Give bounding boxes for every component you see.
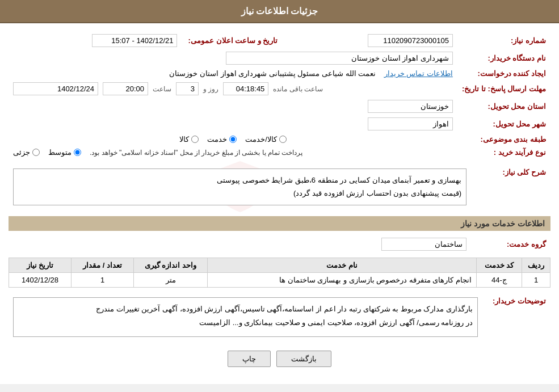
radio-kala-khadamat-input[interactable]: [279, 136, 287, 143]
tabaqebandi-radiogroup: کالا/خدمت خدمت کالا: [13, 135, 453, 144]
tabaqebandi-label: طبقه بندی موضوعی:: [457, 133, 550, 146]
radio-khadamat-input[interactable]: [229, 136, 237, 143]
back-button[interactable]: بازگشت: [276, 351, 331, 367]
sharh-niaz-container: R بهسازی و تعمیر آبنمای میدان کسایی در م…: [13, 168, 466, 205]
radio-jozei-input[interactable]: [32, 149, 40, 156]
row-eijadkonande: ایجاد کننده درخواست: اطلاعات تماس خریدار…: [9, 67, 550, 80]
row-towzihat: توضیحات خریدار: بارگذاری مدارک مربوط به …: [9, 292, 550, 342]
cell-radif: 1: [522, 272, 550, 287]
col-vahed: واحد اندازه گیری: [134, 258, 208, 272]
sharh-niaz-value: بهسازی و تعمیر آبنمای میدان کسایی در منط…: [13, 168, 466, 205]
row-shomare-tarikh: شماره نیاز: 1102090723000105 تاریخ و ساع…: [9, 32, 550, 49]
shomare-niaz-label: شماره نیاز:: [457, 32, 550, 49]
header-row: ردیف کد خدمت نام خدمت واحد اندازه گیری ت…: [9, 258, 550, 272]
eijadkonande-value: نعمت الله شیاعی مسئول پشتیبانی شهرداری ا…: [169, 69, 376, 78]
radio-jozei[interactable]: جزئی: [13, 148, 40, 157]
group-khadamat-table: گروه خدمت: ساختمان: [9, 235, 550, 253]
row-mohlat: مهلت ارسال پاسخ: تا تاریخ: ساعت باقی مان…: [9, 80, 550, 98]
mohlat-remaining-value: 04:18:45: [223, 82, 268, 95]
mohlat-date-value: 1402/12/24: [13, 82, 98, 95]
services-table: ردیف کد خدمت نام خدمت واحد اندازه گیری ت…: [9, 258, 550, 288]
shahr-value: اهواز: [368, 117, 453, 130]
row-ostan: استان محل تحویل: خوزستان: [9, 98, 550, 115]
eijadkonande-label: ایجاد کننده درخواست:: [457, 67, 550, 80]
radio-motawaset-label: متوسط: [48, 148, 72, 157]
group-khadamat-value: ساختمان: [381, 238, 466, 251]
towzihat-label: توضیحات خریدار:: [482, 292, 550, 342]
sharh-niaz-table: شرح کلی نیاز: R بهسازی و تعمیر آبن: [9, 163, 550, 210]
page-title: جزئیات اطلاعات نیاز: [241, 6, 318, 16]
cell-tarikh: 1402/12/28: [9, 272, 72, 287]
cell-kod: ج-44: [477, 272, 522, 287]
radio-khadamat-label: خدمت: [207, 135, 227, 144]
ostan-value: خوزستان: [368, 100, 453, 113]
col-radif: ردیف: [522, 258, 550, 272]
button-row: بازگشت چاپ: [9, 351, 550, 376]
towzihat-table: توضیحات خریدار: بارگذاری مدارک مربوط به …: [9, 292, 550, 342]
services-table-header: ردیف کد خدمت نام خدمت واحد اندازه گیری ت…: [9, 258, 550, 272]
noefarayand-note: پرداخت تمام یا بخشی از مبلغ خریدار از مح…: [90, 149, 302, 157]
mohlat-label: مهلت ارسال پاسخ: تا تاریخ:: [457, 80, 550, 98]
khadamat-section-header: اطلاعات خدمات مورد نیاز: [9, 216, 550, 231]
mohlat-row: ساعت باقی مانده 04:18:45 روز و 3 ساعت 20…: [13, 82, 453, 95]
row-noefarayand: نوع فرآیند خرید : پرداخت تمام یا بخشی از…: [9, 146, 550, 159]
radio-khadamat[interactable]: خدمت: [207, 135, 237, 144]
mohlat-day-label: روز و: [203, 85, 218, 93]
tarikh-label: تاریخ و ساعت اعلان عمومی:: [182, 32, 284, 49]
col-tedad: تعداد / مقدار: [72, 258, 134, 272]
main-content: شماره نیاز: 1102090723000105 تاریخ و ساع…: [0, 23, 559, 384]
info-table: شماره نیاز: 1102090723000105 تاریخ و ساع…: [9, 32, 550, 159]
cell-nam: انجام کارهای متفرقه درخصوص بازسازی و بهس…: [208, 272, 477, 287]
radio-kala-label: کالا: [179, 135, 189, 144]
namdastgah-label: نام دستگاه خریدار:: [457, 49, 550, 67]
col-tarikh: تاریخ نیاز: [9, 258, 72, 272]
page-header: جزئیات اطلاعات نیاز: [0, 0, 559, 23]
row-group-khadamat: گروه خدمت: ساختمان: [9, 235, 550, 253]
mohlat-remaining-label: ساعت باقی مانده: [273, 85, 323, 93]
table-row: 1 ج-44 انجام کارهای متفرقه درخصوص بازساز…: [9, 272, 550, 287]
ostan-label: استان محل تحویل:: [457, 98, 550, 115]
noefarayand-row: پرداخت تمام یا بخشی از مبلغ خریدار از مح…: [13, 148, 453, 157]
row-shahr: شهر محل تحویل: اهواز: [9, 115, 550, 133]
row-tabaqebandi: طبقه بندی موضوعی: کالا/خدمت خدمت: [9, 133, 550, 146]
page-container: جزئیات اطلاعات نیاز شماره نیاز: 11020907…: [0, 0, 559, 384]
shahr-label: شهر محل تحویل:: [457, 115, 550, 133]
tarikh-value: 1402/12/21 - 15:07: [92, 34, 177, 47]
towzihat-value: بارگذاری مدارک مربوط به شرکتهای رتبه دار…: [13, 297, 478, 337]
mohlat-time-label: ساعت: [153, 85, 171, 93]
radio-jozei-label: جزئی: [13, 148, 30, 157]
radio-kala-khadamat-label: کالا/خدمت: [245, 135, 277, 144]
noefarayand-label: نوع فرآیند خرید :: [457, 146, 550, 159]
row-sharh-niaz: شرح کلی نیاز: R بهسازی و تعمیر آبن: [9, 163, 550, 210]
cell-tedad: 1: [72, 272, 134, 287]
radio-motawaset-input[interactable]: [74, 149, 81, 156]
sharh-niaz-label: شرح کلی نیاز:: [471, 163, 550, 210]
group-khadamat-label: گروه خدمت:: [471, 235, 550, 253]
radio-kala-khadamat[interactable]: کالا/خدمت: [245, 135, 287, 144]
noefarayand-radiogroup: متوسط جزئی: [13, 148, 81, 157]
shomare-niaz-value: 1102090723000105: [368, 34, 453, 47]
eijadkonande-link[interactable]: اطلاعات تماس خریدار: [384, 69, 453, 78]
cell-vahed: متر: [134, 272, 208, 287]
namdastgah-value: شهرداری اهواز استان خوزستان: [226, 52, 453, 65]
print-button[interactable]: چاپ: [228, 351, 271, 367]
sharh-niaz-text: بهسازی و تعمیر آبنمای میدان کسایی در منط…: [217, 176, 461, 197]
mohlat-day-value: 3: [176, 82, 199, 95]
radio-motawaset[interactable]: متوسط: [48, 148, 81, 157]
col-nam: نام خدمت: [208, 258, 477, 272]
radio-kala-input[interactable]: [191, 136, 199, 143]
col-kod: کد خدمت: [477, 258, 522, 272]
services-table-body: 1 ج-44 انجام کارهای متفرقه درخصوص بازساز…: [9, 272, 550, 287]
radio-kala[interactable]: کالا: [179, 135, 199, 144]
mohlat-time-value: 20:00: [103, 82, 148, 95]
row-namdastgah: نام دستگاه خریدار: شهرداری اهواز استان خ…: [9, 49, 550, 67]
towzihat-text: بارگذاری مدارک مربوط به شرکتهای رتبه دار…: [96, 305, 473, 327]
